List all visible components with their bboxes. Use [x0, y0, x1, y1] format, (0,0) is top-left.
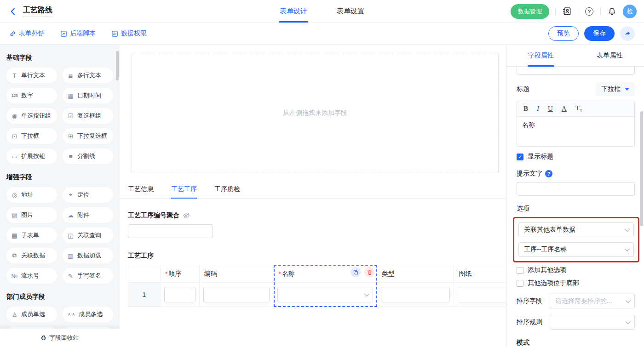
- sidebar-field-relation-query[interactable]: ◱关联查询: [63, 228, 113, 243]
- page-title[interactable]: 工艺路线: [23, 6, 52, 17]
- sidebar-field-datetime[interactable]: ▦日期时间: [63, 88, 113, 103]
- data-manage-button[interactable]: 数据管理: [511, 4, 549, 19]
- data-permission-link[interactable]: 数据权限: [111, 29, 147, 38]
- sidebar-field-image[interactable]: ▨图片: [6, 207, 57, 223]
- column-header-drawing[interactable]: 图纸: [454, 265, 506, 283]
- address-book-icon[interactable]: [562, 6, 572, 17]
- option-source-select[interactable]: 关联其他表单数据: [518, 222, 634, 237]
- sidebar-field-member-multi[interactable]: ♙♙成员多选: [63, 307, 113, 322]
- tab-form-design[interactable]: 表单设计: [280, 0, 307, 23]
- tab-process-info[interactable]: 工艺信息: [128, 185, 154, 198]
- title-editor-area[interactable]: 名称: [517, 117, 634, 146]
- sidebar-field-address[interactable]: ◎地址: [6, 187, 57, 203]
- sidebar-field-subform[interactable]: ▤子表单: [6, 228, 57, 243]
- font-color-button[interactable]: A: [562, 105, 567, 113]
- sort-rule-select[interactable]: [550, 315, 635, 330]
- recycle-label: 字段回收站: [49, 334, 79, 342]
- underline-button[interactable]: U: [548, 105, 553, 113]
- drop-zone[interactable]: 从左侧拖拽来添加字段: [132, 54, 499, 172]
- sidebar-field-location[interactable]: ⌖定位: [63, 187, 113, 203]
- notification-bell-icon[interactable]: [607, 6, 617, 17]
- column-header-code[interactable]: 编码: [200, 265, 274, 283]
- column-header-sequence[interactable]: *顺序: [161, 265, 200, 283]
- location-pin-icon: ◎: [11, 192, 18, 199]
- copy-column-button[interactable]: [351, 267, 361, 277]
- back-button[interactable]: [7, 6, 18, 17]
- code-cell: [200, 283, 274, 307]
- panel-scrollbar[interactable]: [640, 111, 643, 226]
- share-button[interactable]: [620, 26, 635, 41]
- sidebar-field-single-line-text[interactable]: T单行文本: [6, 68, 57, 83]
- column-header-name[interactable]: *名称: [274, 265, 377, 283]
- tab-process-steps[interactable]: 工艺工序: [171, 185, 197, 198]
- add-other-label: 添加其他选项: [528, 266, 566, 274]
- sidebar-field-data-load[interactable]: ▥数据加载: [63, 248, 113, 263]
- name-select[interactable]: [277, 287, 373, 302]
- form-external-link[interactable]: 表单外链: [9, 29, 45, 38]
- save-button[interactable]: 保存: [584, 26, 615, 41]
- user-avatar[interactable]: 检: [623, 5, 637, 18]
- drawing-input[interactable]: [458, 287, 506, 302]
- button-icon: ▭: [11, 153, 18, 160]
- checkbox-checked[interactable]: ✓: [517, 154, 523, 160]
- trash-icon: [367, 269, 373, 275]
- sort-field-select[interactable]: 请选择需要排序的...: [550, 294, 635, 308]
- basic-fields: T单行文本 ≣多行文本 123数字 ▦日期时间 ◉单选按钮组 ☑复选框组 ⊡下拉…: [6, 68, 113, 164]
- tab-form-properties[interactable]: 表单属性: [575, 45, 644, 66]
- sidebar-field-serial-number[interactable]: №流水号: [6, 268, 57, 284]
- delete-column-button[interactable]: [364, 267, 374, 277]
- chevron-down-icon: [625, 246, 630, 251]
- drawing-cell: [454, 283, 506, 307]
- hint-label: 提示文字: [517, 170, 542, 178]
- field-recycle-bin[interactable]: ♻ 字段回收站: [0, 329, 120, 347]
- tab-label: 工艺工序: [171, 185, 197, 193]
- bold-button[interactable]: B: [523, 105, 528, 113]
- field-type-select[interactable]: 下拉框: [596, 82, 635, 96]
- sidebar-field-signature[interactable]: ✎手写签名: [63, 268, 113, 284]
- sidebar-field-relation-data[interactable]: ⧉关联数据: [6, 248, 57, 263]
- help-icon[interactable]: ?: [584, 6, 594, 17]
- sidebar-field-select[interactable]: ⊡下拉框: [6, 128, 57, 144]
- sidebar-field-multi-select[interactable]: ⊞下拉复选框: [63, 128, 113, 144]
- option-field-select[interactable]: 工序--工序名称: [518, 242, 634, 257]
- header-actions: 数据管理 ? 检: [511, 4, 637, 19]
- sidebar-field-extend-button[interactable]: ▭扩展按钮: [6, 148, 57, 164]
- tab-label: 工序质检: [214, 185, 240, 193]
- relation-data-icon: ⧉: [11, 252, 18, 259]
- title-rich-editor: B I U A TT 名称: [517, 101, 635, 147]
- tab-form-settings[interactable]: 表单设置: [337, 0, 364, 23]
- sidebar-field-divider-line[interactable]: ≡分割线: [63, 148, 113, 164]
- field-label: 关联数据: [21, 251, 45, 260]
- sidebar-field-attachment[interactable]: ☁附件: [63, 207, 113, 223]
- sidebar-field-number[interactable]: 123数字: [6, 88, 57, 103]
- hint-help-icon[interactable]: ?: [545, 170, 552, 177]
- preview-button[interactable]: 预览: [548, 26, 579, 41]
- sidebar-field-checkbox-group[interactable]: ☑复选框组: [63, 108, 113, 124]
- code-input[interactable]: [203, 287, 270, 302]
- italic-button[interactable]: I: [537, 105, 539, 113]
- backend-script-link[interactable]: 后端脚本: [60, 29, 96, 38]
- column-header-type[interactable]: 类型: [377, 265, 454, 283]
- add-other-option-row[interactable]: 添加其他选项: [517, 266, 635, 274]
- other-bottom-option-row[interactable]: 其他选项位于底部: [517, 279, 635, 287]
- sidebar-field-radio-group[interactable]: ◉单选按钮组: [6, 108, 57, 124]
- hint-input[interactable]: [517, 182, 635, 196]
- show-title-checkbox-row[interactable]: ✓ 显示标题: [517, 153, 635, 161]
- sidebar-field-member-single[interactable]: ♙成员单选: [6, 307, 57, 322]
- type-input[interactable]: [381, 287, 450, 302]
- checkbox-unchecked[interactable]: [517, 280, 523, 287]
- font-size-button[interactable]: TT: [575, 104, 582, 113]
- sidebar-scrollbar[interactable]: [116, 51, 119, 80]
- column-label: 图纸: [459, 270, 472, 278]
- sidebar-field-multi-line-text[interactable]: ≣多行文本: [63, 68, 113, 83]
- sequence-input[interactable]: [164, 287, 196, 302]
- toolbar-actions: 预览 保存: [548, 26, 635, 41]
- checkbox-unchecked[interactable]: [517, 267, 523, 274]
- aggregate-field-input[interactable]: [128, 224, 213, 238]
- field-label: 多行文本: [77, 71, 101, 80]
- clipped-input[interactable]: [517, 67, 635, 75]
- tab-step-inspection[interactable]: 工序质检: [214, 185, 240, 198]
- tab-field-properties[interactable]: 字段属性: [506, 45, 575, 66]
- relation-query-icon: ◱: [67, 232, 74, 239]
- hint-label-row: 提示文字 ?: [517, 170, 635, 178]
